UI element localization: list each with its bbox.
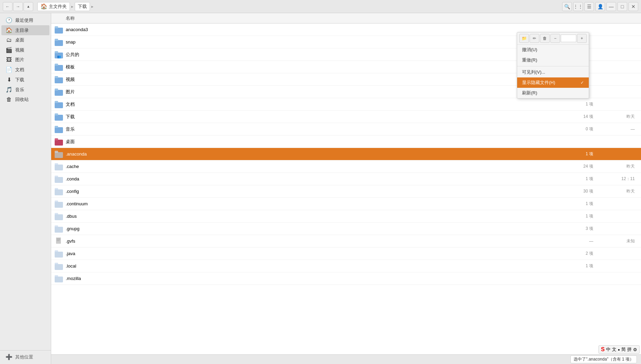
maximize-button[interactable]: □ [617, 2, 627, 11]
file-name-videos: 视频 [66, 76, 569, 83]
svg-rect-5 [55, 51, 58, 53]
sidebar-item-pictures[interactable]: 🖼 图片 [1, 55, 49, 65]
sidebar-add-other[interactable]: ➕ 其他位置 [1, 352, 49, 362]
sidebar-videos-label: 视频 [15, 47, 24, 53]
cm-zoom-out-btn[interactable]: − [550, 34, 560, 43]
sidebar-item-home[interactable]: 🏠 主目录 [1, 25, 49, 35]
add-icon: ➕ [6, 354, 12, 360]
file-meta-continuum: 1 项 [569, 201, 597, 207]
cm-visible-cols[interactable]: 可见列(V)... [517, 67, 589, 77]
file-row-mozilla[interactable]: .mozilla [51, 272, 641, 285]
main-content: 名称 anaconda3 [51, 13, 641, 364]
file-row-cache[interactable]: .cache 24 项 昨天 [51, 160, 641, 173]
svg-rect-43 [55, 277, 63, 282]
file-row-conda[interactable]: .conda 1 项 12：11 [51, 173, 641, 185]
svg-rect-42 [55, 263, 58, 265]
file-name-documents: 文档 [66, 101, 569, 108]
cm-undo[interactable]: 撤消(U) [517, 45, 589, 55]
file-meta-documents: 1 项 [569, 101, 597, 107]
cm-delete-btn[interactable]: 🗑 [540, 34, 550, 43]
svg-rect-8 [55, 64, 58, 66]
file-meta-config: 30 项 [569, 188, 597, 194]
input-method-bar: S 中 文 ● 简 拼 ⚙ [598, 345, 640, 354]
grid-button[interactable]: ⋮⋮ [573, 2, 583, 11]
file-name-cache: .cache [66, 164, 569, 169]
path-download-segment[interactable]: 下载 [75, 2, 90, 11]
file-row-desktop[interactable]: 桌面 [51, 136, 641, 148]
file-row-config[interactable]: .config 30 项 昨天 [51, 185, 641, 198]
folder-icon-continuum [54, 199, 64, 209]
svg-rect-7 [55, 65, 63, 71]
col-name-header[interactable]: 名称 [54, 15, 569, 21]
svg-rect-29 [55, 202, 63, 208]
sidebar-item-documents[interactable]: 📄 文档 [1, 65, 49, 75]
nav-back-button[interactable]: ← [3, 2, 12, 11]
nav-forward-button[interactable]: → [13, 2, 23, 11]
folder-icon-snap [54, 37, 64, 47]
file-meta-anaconda-hidden: 1 项 [569, 151, 597, 157]
sidebar-item-downloads[interactable]: ⬇ 下载 [1, 75, 49, 85]
sidebar-pictures-label: 图片 [15, 57, 24, 63]
cm-size-control: − 100% + [550, 34, 587, 43]
file-meta-local: 1 项 [569, 263, 597, 269]
path-separator: ▸ [71, 4, 73, 9]
nav-up-button[interactable]: ▲ [24, 2, 33, 11]
sidebar-item-recent[interactable]: 🕐 最近使用 [1, 15, 49, 25]
im-zh[interactable]: 中 [606, 346, 611, 353]
close-button[interactable]: ✕ [629, 2, 638, 11]
im-gear[interactable]: ⚙ [633, 347, 637, 352]
documents-sidebar-icon: 📄 [6, 66, 12, 73]
file-name-continuum: .continuum [66, 201, 569, 206]
cm-show-hidden-label: 显示隐藏文件(H) [522, 80, 555, 86]
file-name-anaconda3: anaconda3 [66, 27, 569, 32]
path-home-segment[interactable]: 🏠 主文件夹 [37, 2, 70, 11]
file-row-anaconda-hidden[interactable]: .anaconda 1 项 [51, 148, 641, 160]
cm-size-input[interactable]: 100% [561, 35, 576, 42]
svg-rect-10 [55, 76, 58, 78]
cm-rename-btn[interactable]: ✏ [530, 34, 539, 43]
im-wen[interactable]: 文 [612, 346, 616, 353]
user-button[interactable]: 👤 [595, 2, 605, 11]
svg-rect-2 [55, 40, 63, 46]
music-sidebar-icon: 🎵 [6, 86, 12, 93]
desktop-sidebar-icon: 🗂 [6, 37, 12, 43]
file-row-dbus[interactable]: .dbus 1 项 [51, 210, 641, 223]
file-row-music[interactable]: 音乐 0 项 — [51, 123, 641, 136]
file-row-documents[interactable]: 文档 1 项 [51, 98, 641, 111]
sidebar-item-videos[interactable]: 🎬 视频 [1, 45, 49, 55]
search-button[interactable]: 🔍 [562, 2, 572, 11]
file-row-gnupg[interactable]: .gnupg 3 项 [51, 223, 641, 235]
file-row-java[interactable]: .java 2 项 [51, 248, 641, 260]
app-body: 🕐 最近使用 🏠 主目录 🗂 桌面 🎬 视频 🖼 图片 📄 文档 [0, 13, 641, 364]
file-name-pictures: 图片 [66, 89, 569, 95]
file-row-gvfs[interactable]: .gvfs — 未知 [51, 235, 641, 248]
file-row-local[interactable]: .local 1 项 [51, 260, 641, 272]
videos-sidebar-icon: 🎬 [6, 47, 12, 53]
sidebar-item-music[interactable]: 🎵 音乐 [1, 85, 49, 95]
im-jian[interactable]: 简 [621, 346, 626, 353]
im-pin[interactable]: 拼 [627, 346, 632, 353]
sidebar-item-trash[interactable]: 🗑 回收站 [1, 95, 49, 104]
cm-refresh[interactable]: 刷新(R) [517, 88, 589, 98]
title-actions: 🔍 ⋮⋮ ☰ 👤 — □ ✕ [562, 2, 638, 11]
file-row-continuum[interactable]: .continuum 1 项 [51, 198, 641, 210]
folder-icon-java [54, 249, 64, 259]
svg-rect-38 [57, 241, 59, 241]
svg-rect-44 [55, 275, 58, 277]
sidebar-item-desktop[interactable]: 🗂 桌面 [1, 35, 49, 45]
im-dot[interactable]: ● [618, 348, 620, 352]
cm-show-hidden[interactable]: 显示隐藏文件(H) ✓ [517, 77, 589, 88]
im-s[interactable]: S [601, 346, 605, 353]
minimize-button[interactable]: — [606, 2, 616, 11]
file-row-downloads[interactable]: 下载 14 项 昨天 [51, 111, 641, 123]
menu-button[interactable]: ☰ [584, 2, 594, 11]
folder-icon-conda [54, 174, 64, 184]
file-meta-downloads: 14 项 [569, 114, 597, 120]
cm-new-folder-btn[interactable]: 📁 [519, 34, 529, 43]
svg-rect-17 [55, 127, 63, 133]
file-date-music: — [597, 127, 638, 132]
svg-rect-25 [55, 177, 63, 183]
svg-rect-12 [55, 88, 58, 91]
cm-zoom-in-btn[interactable]: + [577, 34, 587, 43]
cm-redo[interactable]: 重做(R) [517, 55, 589, 65]
